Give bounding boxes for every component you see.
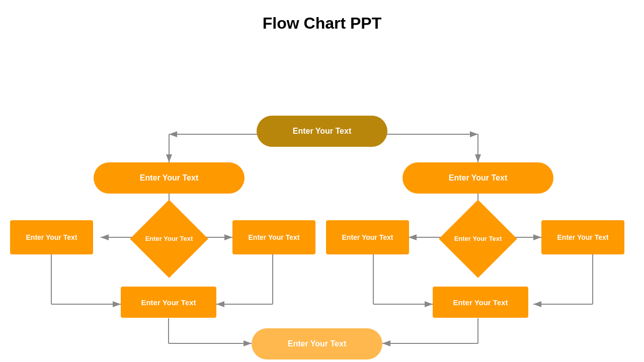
left-pill[interactable]: Enter Your Text xyxy=(94,162,245,194)
left-right-rect[interactable]: Enter Your Text xyxy=(232,220,315,254)
top-node[interactable]: Enter Your Text xyxy=(257,116,387,147)
right-diamond[interactable]: Enter Your Text xyxy=(445,211,511,266)
bottom-center-pill[interactable]: Enter Your Text xyxy=(252,328,382,359)
right-right-rect[interactable]: Enter Your Text xyxy=(541,220,624,254)
left-diamond[interactable]: Enter Your Text xyxy=(136,211,202,266)
right-left-rect[interactable]: Enter Your Text xyxy=(326,220,409,254)
bottom-left-rect[interactable]: Enter Your Text xyxy=(121,287,216,318)
page-title: Flow Chart PPT xyxy=(0,0,644,38)
right-pill[interactable]: Enter Your Text xyxy=(403,162,553,194)
left-left-rect[interactable]: Enter Your Text xyxy=(10,220,93,254)
bottom-right-rect[interactable]: Enter Your Text xyxy=(433,287,528,318)
flowchart: Enter Your Text Enter Your Text Enter Yo… xyxy=(0,38,644,359)
